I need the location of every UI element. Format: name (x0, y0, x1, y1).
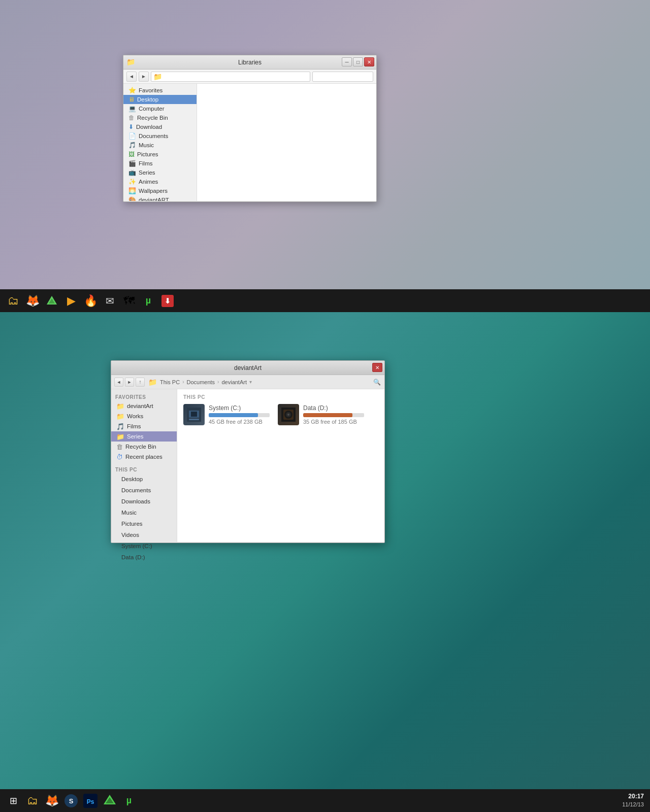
da-sidebar-recycle[interactable]: 🗑 Recycle Bin (111, 442, 177, 452)
taskbar-file-manager[interactable]: 🗂 (4, 292, 22, 310)
taskbar-mail[interactable]: ✉ (101, 292, 119, 310)
da-tree-music[interactable]: Music (111, 507, 177, 518)
taskbar-bottom: ⊞ 🗂 🦊 S Ps µ 20:17 11/12/13 (0, 789, 650, 812)
drive-items: System (C:) 45 GB free of 238 GB (183, 404, 378, 425)
deviantart-body: FAVORITES 📁 deviantArt 📁 Works 🎵 Films 📁… (111, 389, 384, 542)
sidebar-label-deviantart: deviantART (139, 197, 169, 201)
taskbar-firefox[interactable]: 🦊 (23, 292, 42, 310)
drive-d-icon (278, 404, 299, 425)
drive-d-header: Data (D:) 35 GB free of 185 GB (278, 404, 364, 425)
da-sidebar-recent[interactable]: ⏱ Recent places (111, 452, 177, 462)
taskbar-downloader[interactable]: ⬇ (158, 292, 177, 310)
close-button[interactable]: ✕ (364, 57, 374, 66)
libraries-win-icon: 📁 (126, 58, 135, 66)
drive-d-item[interactable]: Data (D:) 35 GB free of 185 GB (278, 404, 364, 425)
da-tree-label-documents: Documents (121, 487, 151, 493)
drive-d-bar (303, 413, 364, 417)
sidebar-item-deviantart[interactable]: 🎨 deviantART (123, 195, 197, 201)
breadcrumb-thispc[interactable]: This PC (158, 378, 181, 386)
deviantart-window: deviantArt ✕ ◄ ► ↑ 📁 This PC › Documents… (111, 360, 385, 543)
films-music-icon: 🎵 (116, 423, 124, 430)
drive-c-info: System (C:) 45 GB free of 238 GB (209, 404, 270, 425)
window-controls: ─ □ ✕ (342, 57, 374, 66)
taskbar-time-display: 20:17 (622, 792, 644, 801)
da-tree-label-music: Music (121, 510, 137, 516)
recent-icon: ⏱ (116, 453, 123, 461)
taskbar-media-player[interactable]: ▶ (62, 292, 80, 310)
da-up-button[interactable]: ↑ (136, 378, 145, 387)
taskbar-bottom-filemanager[interactable]: 🗂 (23, 792, 42, 810)
favorites-section-header: FAVORITES (111, 392, 177, 401)
sidebar-label-download: Download (136, 124, 162, 130)
maximize-button[interactable]: □ (353, 57, 363, 66)
forward-button[interactable]: ► (139, 72, 149, 82)
sidebar-item-series[interactable]: 📺 Series (123, 168, 197, 177)
breadcrumb-documents[interactable]: Documents (185, 378, 216, 386)
sidebar-item-animes[interactable]: ✨ Animes (123, 177, 197, 186)
sidebar-item-favorites[interactable]: ⭐ Favorites (123, 86, 197, 95)
taskbar-bottom-steam[interactable]: S (62, 792, 80, 810)
da-tree-pictures[interactable]: Pictures (111, 518, 177, 529)
da-tree-datad[interactable]: Data (D:) (111, 552, 177, 563)
breadcrumb: This PC › Documents › deviantArt ▾ (158, 378, 371, 386)
da-close-button[interactable]: ✕ (372, 363, 382, 372)
taskbar-clock: 20:17 11/12/13 (622, 792, 644, 808)
da-back-button[interactable]: ◄ (114, 378, 123, 387)
da-sidebar-series[interactable]: 📁 Series (111, 431, 177, 442)
works-folder-icon: 📁 (116, 413, 124, 420)
da-tree-documents[interactable]: Documents (111, 485, 177, 496)
drive-d-info: Data (D:) 35 GB free of 185 GB (303, 404, 364, 425)
sidebar-item-download[interactable]: ⬇ Download (123, 122, 197, 131)
da-tree-label-desktop: Desktop (121, 476, 143, 482)
da-sidebar-label-films: Films (127, 423, 141, 429)
da-tree-downloads[interactable]: Downloads (111, 496, 177, 507)
taskbar-torrent[interactable]: µ (139, 292, 157, 310)
sidebar-label-films: Films (139, 160, 152, 166)
download-icon: ⬇ (128, 123, 134, 130)
drive-c-item[interactable]: System (C:) 45 GB free of 238 GB (183, 404, 270, 425)
libraries-sidebar: ⭐ Favorites 🖥 Desktop 💻 Computer 🗑 Recyc… (123, 84, 197, 201)
da-sidebar-films[interactable]: 🎵 Films (111, 421, 177, 431)
sidebar-label-recycle-bin: Recycle Bin (137, 115, 168, 121)
back-button[interactable]: ◄ (126, 72, 137, 82)
start-button[interactable]: ⊞ (4, 792, 22, 810)
search-box[interactable] (312, 72, 373, 82)
libraries-window: 📁 Libraries ─ □ ✕ ◄ ► 📁 ⭐ Favorites (123, 55, 377, 202)
minimize-button[interactable]: ─ (342, 57, 352, 66)
deviantart-icon: 🎨 (128, 196, 136, 201)
da-forward-button[interactable]: ► (125, 378, 134, 387)
sidebar-item-documents[interactable]: 📄 Documents (123, 131, 197, 141)
sidebar-item-music[interactable]: 🎵 Music (123, 141, 197, 150)
libraries-content (197, 84, 376, 201)
sidebar-item-pictures[interactable]: 🖼 Pictures (123, 150, 197, 159)
series-icon: 📺 (128, 169, 136, 176)
taskbar-app5[interactable]: 🔥 (81, 292, 100, 310)
taskbar-bottom-firefox[interactable]: 🦊 (43, 792, 61, 810)
da-search-button[interactable]: 🔍 (372, 378, 381, 387)
doc-icon: 📄 (128, 132, 136, 140)
sidebar-item-films[interactable]: 🎬 Films (123, 159, 197, 168)
da-sidebar-deviantart[interactable]: 📁 deviantArt (111, 401, 177, 411)
da-tree-systemc[interactable]: System (C:) (111, 540, 177, 552)
sidebar-item-computer[interactable]: 💻 Computer (123, 104, 197, 113)
libraries-window-title: Libraries (238, 59, 262, 66)
taskbar-bottom-photoshop[interactable]: Ps (81, 792, 100, 810)
address-bar[interactable]: 📁 (151, 72, 310, 82)
drive-d-size: 35 GB free of 185 GB (303, 419, 364, 425)
taskbar-bottom-app6[interactable] (101, 792, 119, 810)
sidebar-item-desktop[interactable]: 🖥 Desktop (123, 95, 197, 104)
breadcrumb-deviantart[interactable]: deviantArt (220, 378, 248, 386)
da-sidebar-works[interactable]: 📁 Works (111, 411, 177, 421)
address-icon: 📁 (153, 73, 162, 81)
taskbar-bottom-torrent[interactable]: µ (120, 792, 138, 810)
da-tree-videos[interactable]: Videos (111, 529, 177, 540)
sidebar-item-recycle-bin[interactable]: 🗑 Recycle Bin (123, 113, 197, 122)
sidebar-item-wallpapers[interactable]: 🌅 Wallpapers (123, 186, 197, 195)
drive-c-bar (209, 413, 270, 417)
da-sidebar-label-recent: Recent places (125, 454, 162, 460)
da-tree-desktop[interactable]: Desktop (111, 473, 177, 485)
libraries-body: ⭐ Favorites 🖥 Desktop 💻 Computer 🗑 Recyc… (123, 84, 376, 201)
taskbar-app3[interactable] (43, 292, 61, 310)
taskbar-maps[interactable]: 🗺 (120, 292, 138, 310)
sidebar-label-wallpapers: Wallpapers (139, 188, 168, 194)
